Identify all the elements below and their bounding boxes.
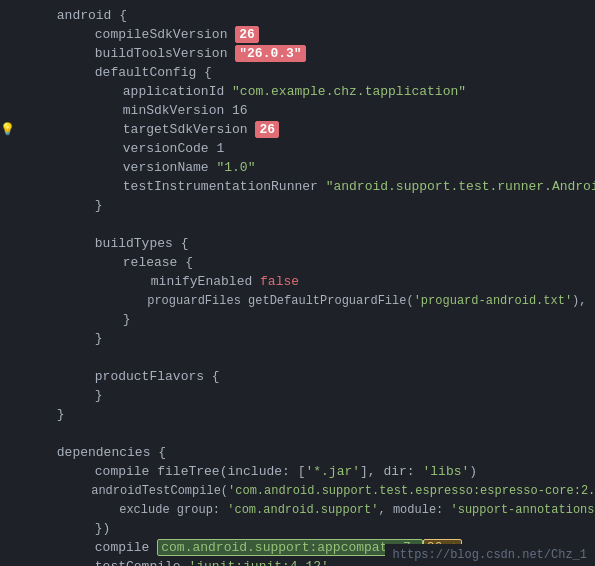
code-editor: android { compileSdkVersion 26 buildTool… (0, 0, 595, 566)
line-22: } (0, 405, 595, 424)
url-label: https://blog.csdn.net/Chz_1 (385, 544, 595, 566)
line-18: } (0, 329, 595, 348)
line-11: } (0, 196, 595, 215)
